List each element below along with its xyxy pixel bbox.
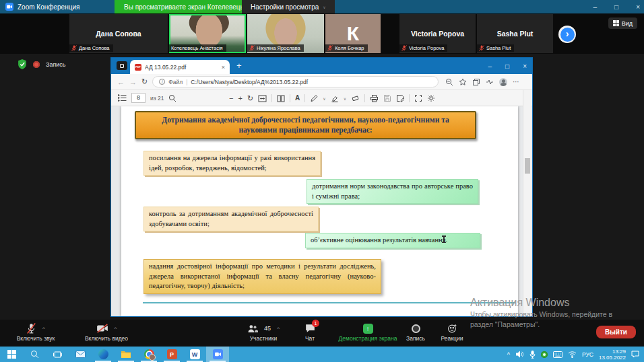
taskbar-edge-button[interactable] (92, 347, 115, 362)
share-screen-button[interactable]: ↑ Демонстрация экрана (330, 322, 406, 342)
language-indicator[interactable]: РУС (582, 351, 593, 358)
record-button[interactable]: Запись (399, 322, 432, 342)
save-as-icon[interactable] (396, 94, 404, 102)
participant-tile[interactable]: Дана Сопова Дана Сопова (69, 14, 168, 53)
collections-icon[interactable] (472, 78, 480, 86)
camera-off-icon (96, 324, 108, 333)
search-icon[interactable] (168, 94, 176, 102)
task-view-button[interactable] (46, 347, 69, 362)
settings-gear-icon[interactable] (427, 94, 435, 102)
mic-muted-icon (327, 45, 333, 51)
antivirus-icon[interactable] (541, 351, 548, 358)
table-of-contents-icon[interactable] (118, 94, 127, 102)
reactions-button[interactable]: Реакции (434, 322, 470, 342)
participant-tile[interactable]: Sasha Plut Sasha Plut (477, 14, 553, 53)
chevron-down-icon[interactable]: ∨ (323, 96, 325, 101)
unmute-button[interactable]: ^ Включить звук (3, 322, 68, 342)
recording-label: Запись (46, 61, 66, 68)
slide-box: посилання на джерела інформації у разі в… (143, 151, 321, 176)
chevron-up-icon[interactable]: ^ (115, 326, 117, 332)
pdf-viewport: Дотримання академічної доброчесності пед… (111, 106, 532, 316)
page-number-input[interactable]: 8 (131, 93, 146, 103)
draw-pen-icon[interactable] (310, 94, 318, 102)
start-button[interactable] (0, 347, 23, 362)
more-menu-icon[interactable]: ⋯ (513, 78, 520, 85)
rotate-icon[interactable]: ↻ (247, 95, 253, 102)
save-icon[interactable] (383, 94, 391, 102)
participant-tile[interactable]: Victoria Popova Victoria Popova (399, 14, 476, 53)
read-aloud-icon[interactable]: A (295, 95, 300, 102)
participants-button[interactable]: 45 ^ Участники (237, 322, 290, 342)
zoom-logo-icon (5, 3, 13, 11)
taskbar-explorer-button[interactable] (115, 347, 137, 362)
eraser-icon[interactable] (351, 95, 360, 102)
refresh-icon[interactable]: ↻ (141, 77, 148, 86)
taskbar-search-button[interactable] (23, 347, 46, 362)
chevron-down-icon[interactable]: ∨ (344, 96, 346, 101)
tray-mic-icon[interactable] (529, 351, 536, 359)
action-center-icon[interactable] (631, 351, 639, 358)
taskbar-mail-button[interactable] (69, 347, 92, 362)
zoom-toolbar: ^ Включить звук ^ Включить видео 45 ^ Уч… (0, 320, 644, 347)
record-icon (412, 324, 420, 333)
profile-avatar-icon[interactable] (499, 78, 507, 86)
close-button[interactable]: × (636, 3, 640, 11)
volume-icon[interactable] (515, 351, 524, 358)
page-view-icon[interactable] (277, 95, 285, 102)
browser-essentials-icon[interactable] (486, 78, 494, 86)
edge-maximize-button[interactable]: □ (505, 63, 509, 70)
mic-muted-icon (26, 323, 36, 334)
app-title: Zoom Конференция (18, 3, 79, 11)
url-scheme-label: Файл (168, 79, 183, 85)
minimize-button[interactable]: – (593, 3, 598, 11)
record-dot-icon (33, 61, 40, 68)
chevron-up-icon[interactable]: ^ (42, 326, 45, 332)
participant-label: Sasha Plut (486, 45, 511, 51)
participant-video[interactable]: Котелевець Анастасія (169, 14, 246, 53)
taskbar-zoom-button[interactable] (206, 347, 229, 362)
view-settings-menu[interactable]: Настройки просмотра ∨ (242, 0, 335, 13)
chat-button[interactable]: 1 Чат (295, 322, 325, 342)
zoom-out-icon[interactable]: − (229, 95, 233, 102)
leave-button[interactable]: Выйти (596, 326, 636, 338)
clock-date: 13.05.2022 (599, 355, 626, 361)
fit-to-width-icon[interactable] (258, 95, 267, 102)
start-video-button[interactable]: ^ Включить видео (70, 322, 143, 342)
tab-actions-icon[interactable] (117, 61, 127, 70)
print-icon[interactable] (370, 94, 379, 102)
maximize-button[interactable]: □ (614, 3, 618, 11)
edge-close-button[interactable]: × (523, 63, 527, 70)
next-participants-button[interactable]: › (558, 26, 576, 43)
tab-close-icon[interactable]: × (222, 64, 225, 71)
fullscreen-icon[interactable] (414, 94, 422, 102)
chevron-up-icon[interactable]: ^ (277, 326, 280, 332)
edge-minimize-button[interactable]: – (488, 63, 492, 70)
search-icon (30, 350, 39, 359)
pdf-scrollbar[interactable] (523, 90, 532, 316)
taskbar-powerpoint-button[interactable]: P (160, 347, 183, 362)
back-icon[interactable]: ← (117, 78, 125, 86)
address-bar[interactable]: i Файл | C:/Users/Nastya/Desktop/АД%2013… (152, 76, 439, 87)
edge-urlbar: ← → ↻ i Файл | C:/Users/Nastya/Desktop/А… (111, 74, 532, 90)
wifi-icon[interactable] (568, 351, 577, 358)
participant-video[interactable]: Нікуліна Ярослава (247, 14, 324, 53)
browser-tab[interactable]: PDF АД 13.05.22.pdf × (130, 60, 230, 74)
slide-title-box: Дотримання академічної доброчесності пед… (135, 111, 476, 139)
participant-tile[interactable]: К Коля Бочкар (325, 14, 381, 53)
taskbar-chrome-button[interactable] (137, 347, 160, 362)
hidden-icons-chevron[interactable]: ^ (507, 351, 510, 358)
new-tab-button[interactable]: + (236, 61, 242, 71)
view-layout-button[interactable]: Вид (608, 17, 637, 29)
scrollbar-thumb[interactable] (525, 158, 530, 174)
forward-icon[interactable]: → (129, 78, 137, 86)
highlighter-icon[interactable] (331, 94, 339, 102)
taskbar-clock[interactable]: 13:29 13.05.2022 (599, 349, 626, 361)
favorites-star-icon[interactable] (459, 78, 467, 86)
touch-keyboard-icon[interactable] (553, 351, 562, 358)
taskbar-word-button[interactable]: W (183, 347, 206, 362)
page-info-icon[interactable]: i (159, 79, 165, 85)
zoom-in-icon[interactable]: + (238, 95, 242, 102)
participant-label: Victoria Popova (409, 45, 444, 51)
shared-edge-window: PDF АД 13.05.22.pdf × + – □ × ← → ↻ i Фа… (111, 58, 532, 316)
zoom-out-icon[interactable] (445, 78, 453, 86)
